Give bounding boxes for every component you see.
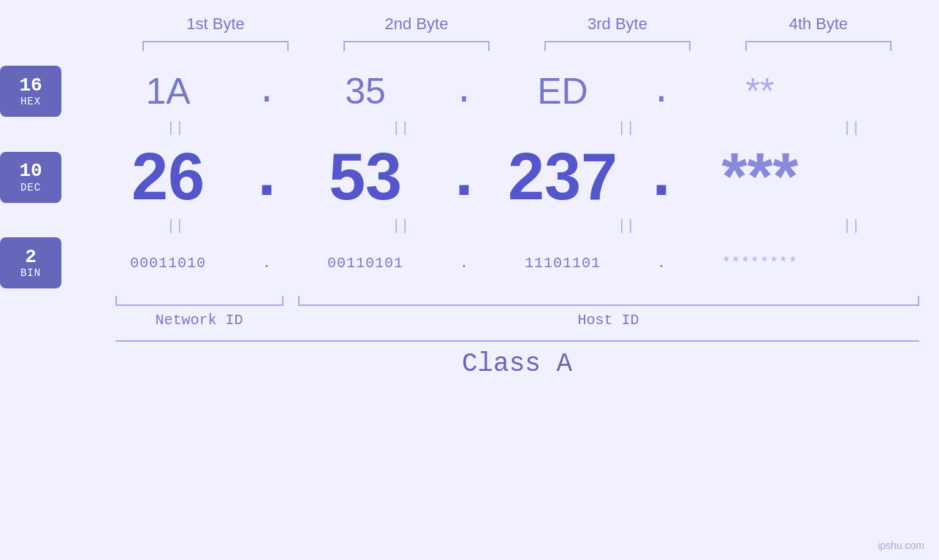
bottom-brackets bbox=[115, 296, 919, 306]
dec-dot-1: . bbox=[248, 140, 285, 215]
dec-row: 10 DEC 26 . 53 . 237 . *** bbox=[0, 139, 939, 215]
hex-values: 1A . 35 . ED . ** bbox=[88, 70, 939, 112]
hex-dot-symbol-3: . bbox=[650, 71, 672, 112]
dec-cell-4: *** bbox=[680, 139, 840, 215]
network-id-label: Network ID bbox=[115, 312, 284, 329]
dec-cell-3: 237 bbox=[482, 139, 643, 215]
bracket-top-4 bbox=[745, 41, 892, 51]
dec-val-1: 26 bbox=[132, 139, 205, 215]
bin-cell-4: ******** bbox=[680, 255, 840, 272]
byte-header-3: 3rd Byte bbox=[537, 15, 698, 34]
hex-val-2: 35 bbox=[345, 70, 386, 112]
sep-cell-8: || bbox=[771, 218, 932, 234]
bin-row: 2 BIN 00011010 . 00110101 . 11101101 . bbox=[0, 237, 939, 288]
bin-cell-1: 00011010 bbox=[88, 255, 248, 272]
sep-cell-2: || bbox=[320, 120, 481, 137]
bracket-top-2 bbox=[343, 41, 490, 51]
hex-val-4: ** bbox=[746, 70, 775, 112]
label-gap bbox=[284, 312, 298, 329]
hex-cell-2: 35 bbox=[285, 70, 446, 112]
dec-cell-2: 53 bbox=[285, 139, 446, 215]
dec-dot-symbol-1: . bbox=[247, 140, 286, 215]
sep-cell-6: || bbox=[320, 218, 481, 234]
bracket-top-3 bbox=[544, 41, 691, 51]
bin-dot-symbol-3: . bbox=[657, 255, 666, 272]
bin-val-4: ******** bbox=[722, 255, 798, 272]
bin-dot-symbol-2: . bbox=[460, 255, 468, 272]
top-brackets-row bbox=[115, 41, 919, 51]
sep-vals-1: || || || || bbox=[88, 120, 939, 137]
hex-base-number: 16 bbox=[19, 75, 42, 96]
hex-cell-1: 1A bbox=[88, 70, 248, 112]
bin-dot-3: . bbox=[643, 255, 680, 272]
dec-base-name: DEC bbox=[20, 182, 41, 193]
bracket-bottom-network bbox=[115, 296, 284, 306]
hex-row: 16 HEX 1A . 35 . ED . ** bbox=[0, 66, 939, 117]
dec-val-2: 53 bbox=[329, 139, 402, 215]
hex-dot-3: . bbox=[643, 71, 680, 112]
bin-dot-1: . bbox=[248, 255, 285, 272]
hex-dot-1: . bbox=[248, 71, 285, 112]
dec-badge-wrapper: 10 DEC bbox=[0, 152, 88, 203]
dec-cell-1: 26 bbox=[88, 139, 248, 215]
class-section: Class A bbox=[115, 340, 919, 379]
dec-values: 26 . 53 . 237 . *** bbox=[88, 139, 939, 215]
bracket-bottom-host bbox=[298, 296, 919, 306]
bin-values: 00011010 . 00110101 . 11101101 . *******… bbox=[88, 255, 939, 272]
sep-cell-4: || bbox=[771, 120, 932, 137]
bottom-labels: Network ID Host ID bbox=[115, 312, 919, 329]
hex-dot-symbol-2: . bbox=[453, 71, 475, 112]
class-line bbox=[115, 340, 919, 342]
sep-vals-2: || || || || bbox=[88, 218, 939, 234]
watermark: ipshu.com bbox=[878, 540, 924, 551]
byte-header-1: 1st Byte bbox=[135, 15, 296, 34]
byte-headers-row: 1st Byte 2nd Byte 3rd Byte 4th Byte bbox=[115, 15, 919, 34]
bin-dot-2: . bbox=[446, 255, 482, 272]
bin-val-2: 00110101 bbox=[327, 255, 403, 272]
hex-badge: 16 HEX bbox=[0, 66, 61, 117]
hex-val-1: 1A bbox=[145, 70, 190, 112]
byte-header-4: 4th Byte bbox=[738, 15, 899, 34]
dec-base-number: 10 bbox=[19, 161, 42, 182]
main-container: 1st Byte 2nd Byte 3rd Byte 4th Byte 16 H… bbox=[0, 0, 939, 560]
bin-val-3: 11101101 bbox=[525, 255, 601, 272]
hex-dot-symbol-1: . bbox=[256, 71, 278, 112]
dec-val-3: 237 bbox=[508, 139, 617, 215]
bin-base-number: 2 bbox=[25, 247, 37, 268]
dec-val-4: *** bbox=[721, 139, 798, 215]
hex-cell-3: ED bbox=[482, 70, 643, 112]
hex-dot-2: . bbox=[446, 71, 482, 112]
bracket-top-1 bbox=[142, 41, 289, 51]
bin-dot-symbol-1: . bbox=[262, 255, 271, 272]
byte-header-2: 2nd Byte bbox=[336, 15, 497, 34]
sep-cell-1: || bbox=[95, 120, 256, 137]
sep-cell-3: || bbox=[546, 120, 707, 137]
bin-cell-3: 11101101 bbox=[482, 255, 643, 272]
dec-dot-symbol-3: . bbox=[642, 140, 681, 215]
dec-dot-3: . bbox=[643, 140, 680, 215]
hex-cell-4: ** bbox=[680, 70, 840, 112]
bottom-section: Network ID Host ID Class A bbox=[115, 296, 919, 379]
bin-cell-2: 00110101 bbox=[285, 255, 446, 272]
bin-badge-wrapper: 2 BIN bbox=[0, 237, 88, 288]
hex-val-3: ED bbox=[537, 70, 588, 112]
class-label: Class A bbox=[115, 349, 919, 379]
dec-dot-symbol-2: . bbox=[444, 140, 484, 215]
dec-badge: 10 DEC bbox=[0, 152, 61, 203]
host-id-label: Host ID bbox=[298, 312, 919, 329]
hex-base-name: HEX bbox=[20, 96, 41, 107]
hex-badge-wrapper: 16 HEX bbox=[0, 66, 88, 117]
sep-cell-5: || bbox=[95, 218, 256, 234]
dec-dot-2: . bbox=[446, 140, 482, 215]
bin-badge: 2 BIN bbox=[0, 237, 61, 288]
sep-row-2: || || || || bbox=[0, 218, 939, 234]
bin-base-name: BIN bbox=[20, 267, 41, 279]
sep-row-1: || || || || bbox=[0, 120, 939, 137]
bin-val-1: 00011010 bbox=[130, 255, 206, 272]
sep-cell-7: || bbox=[546, 218, 707, 234]
